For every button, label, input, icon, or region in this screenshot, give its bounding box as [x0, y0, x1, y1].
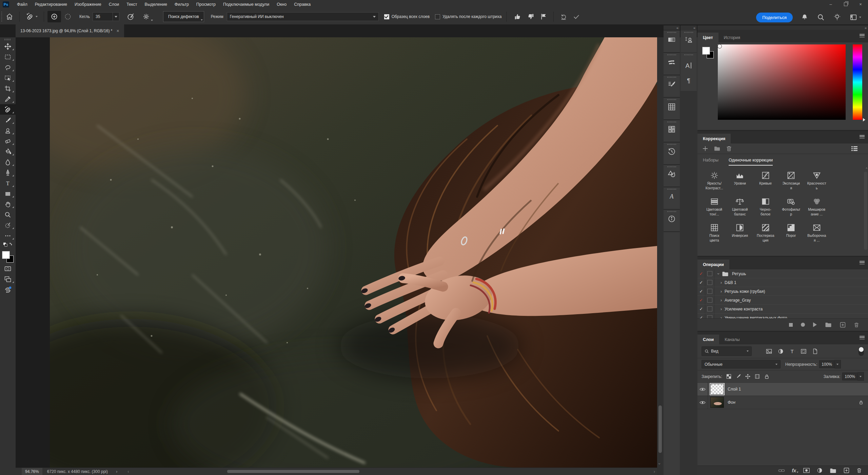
default-swap-colors[interactable] [0, 241, 16, 249]
shapes-panel-button[interactable] [664, 165, 680, 187]
layer-visibility-toggle[interactable] [697, 383, 708, 396]
workspace-switcher[interactable] [847, 12, 864, 23]
new-spot-mode-button[interactable] [47, 11, 61, 22]
search-button[interactable] [814, 12, 827, 23]
menu-filter[interactable]: Фильтр [171, 0, 193, 9]
action-check-icon[interactable]: ✓ [697, 305, 705, 313]
history-panel-button[interactable] [664, 142, 680, 164]
info-panel-button[interactable] [664, 210, 680, 231]
hue-slider-marker[interactable] [863, 118, 865, 121]
chevron-down-icon[interactable]: › [716, 273, 721, 274]
action-check-icon[interactable]: ✓ [697, 269, 705, 278]
menu-window[interactable]: Окно [273, 0, 290, 9]
foreground-color-swatch[interactable] [702, 47, 710, 55]
eraser-tool[interactable] [0, 136, 16, 146]
photoshop-logo[interactable]: Ps [3, 1, 9, 7]
list-view-icon[interactable] [851, 146, 858, 151]
collapse-panels-button[interactable]: » [697, 25, 868, 30]
document-image[interactable] [50, 37, 657, 468]
action-dialog-toggle[interactable] [705, 269, 714, 278]
eyedropper-tool[interactable] [0, 94, 16, 104]
record-icon[interactable] [801, 323, 805, 327]
action-check-icon[interactable]: ✓ [697, 287, 705, 296]
adjustments-scrollbar[interactable] [864, 172, 867, 250]
feedback-dislike-button[interactable] [524, 11, 537, 22]
crop-tool[interactable] [0, 83, 16, 94]
action-set-row[interactable]: ✓ › Ретушь [697, 269, 868, 278]
layer-name[interactable]: Фон [728, 400, 735, 405]
fill-dropdown[interactable]: 100% [842, 372, 864, 381]
notifications-button[interactable] [798, 12, 811, 23]
clone-source-panel-button[interactable] [680, 31, 697, 52]
new-layer-icon[interactable] [844, 468, 849, 473]
lock-transparency-icon[interactable] [726, 374, 731, 379]
tab-layers[interactable]: Слои [697, 335, 719, 344]
menu-layers[interactable]: Слои [105, 0, 123, 9]
adjustment-vibrance[interactable]: Красочност ь [804, 171, 830, 197]
action-dialog-toggle[interactable] [705, 296, 714, 304]
menu-help[interactable]: Справка [290, 0, 314, 9]
adjustment-invert[interactable]: Инверсия [727, 223, 753, 249]
menu-select[interactable]: Выделение [141, 0, 171, 9]
hscroll-right-icon[interactable]: › [654, 469, 655, 474]
minimize-button[interactable]: – [823, 0, 838, 8]
trash-icon[interactable] [856, 468, 862, 473]
find-defects-button[interactable]: Поиск дефектов [163, 11, 204, 22]
close-button[interactable]: × [853, 0, 868, 8]
tab-color[interactable]: Цвет [697, 33, 718, 42]
filter-toggle[interactable] [859, 347, 864, 356]
filter-type-layers-icon[interactable]: T [789, 348, 795, 354]
hand-tool[interactable] [0, 199, 16, 209]
lock-position-icon[interactable] [745, 374, 750, 379]
character-panel-button[interactable]: A [684, 58, 693, 73]
filter-shape-layers-icon[interactable] [801, 348, 807, 354]
action-row[interactable]: ✓ › Ретушь кожи (грубая) [697, 287, 868, 296]
menu-file[interactable]: Файл [13, 0, 31, 9]
foreground-color-swatch[interactable] [2, 251, 10, 259]
canvas-area[interactable]: 94.76% 6720 пикс. x 4480 пикс. (300 ppi)… [16, 37, 657, 475]
chevron-right-icon[interactable]: › [721, 280, 722, 285]
layer-visibility-toggle[interactable] [697, 396, 708, 409]
quick-mask-button[interactable] [0, 263, 16, 274]
filter-adjustment-layers-icon[interactable] [778, 348, 784, 354]
close-tab-icon[interactable]: × [117, 28, 119, 34]
screen-mode-button[interactable] [0, 274, 16, 284]
layer-row-layer1[interactable]: Слой 1 [697, 383, 868, 396]
brush-tool[interactable] [0, 115, 16, 125]
adjustment-photo-filter[interactable]: Фотофильт р [778, 197, 804, 223]
action-row[interactable]: ✓ › D&B 1 [697, 278, 868, 287]
mode-dropdown[interactable]: Генеративный ИИ выключен [227, 12, 379, 21]
saturation-brightness-field[interactable] [718, 44, 846, 120]
blend-mode-dropdown[interactable]: Обычные [702, 360, 781, 368]
move-tool[interactable] [0, 41, 16, 52]
share-button[interactable]: Поделиться [756, 13, 793, 22]
panel-menu-icon[interactable] [860, 135, 865, 139]
collapse-dock-button[interactable]: « [680, 25, 697, 30]
tab-channels[interactable]: Каналы [719, 335, 745, 344]
trash-icon[interactable] [854, 322, 859, 328]
status-flyout-icon[interactable]: › [116, 469, 117, 474]
patterns-panel-button[interactable] [664, 120, 680, 142]
tab-adjustments[interactable]: Коррекция [697, 134, 731, 144]
adjustment-black-white[interactable]: Черно- белое [753, 197, 778, 223]
zoom-level-field[interactable]: 94.76% [22, 468, 42, 475]
revert-button[interactable] [557, 11, 570, 22]
chevron-right-icon[interactable]: › [721, 289, 722, 294]
size-dropdown[interactable]: 35 [93, 12, 119, 21]
hscroll-left-icon[interactable]: ‹ [127, 469, 129, 474]
layer-thumbnail[interactable] [711, 397, 724, 407]
lock-pixels-brush-icon[interactable] [736, 374, 741, 379]
color-panel-swatches[interactable] [702, 47, 714, 58]
adjustment-channel-mixer[interactable]: Микширов ание ... [804, 197, 830, 223]
add-adjustment-layer-icon[interactable] [817, 468, 823, 473]
action-dialog-toggle[interactable] [705, 278, 714, 287]
document-tab[interactable]: 13-06-2023 1673.jpg @ 94,8% (Слой 1, RGB… [16, 24, 124, 37]
glyphs-panel-button[interactable]: A [664, 187, 680, 209]
action-dialog-toggle[interactable] [705, 287, 714, 296]
add-adjustment-icon[interactable] [702, 146, 708, 152]
toolbar-grip[interactable] [4, 39, 11, 40]
tab-single-adjustments[interactable]: Одиночные коррекции [729, 154, 773, 166]
menu-type[interactable]: Текст [123, 0, 141, 9]
tab-actions[interactable]: Операции [697, 260, 729, 269]
brushes-panel-button[interactable] [664, 53, 680, 75]
